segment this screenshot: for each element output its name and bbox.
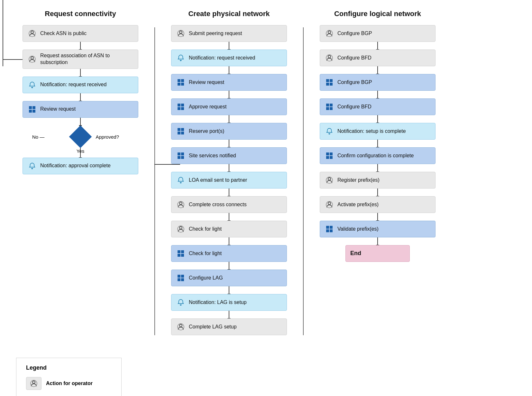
bell-icon xyxy=(176,175,186,185)
arrow xyxy=(229,237,229,245)
node-text: Configure BGP xyxy=(337,79,431,86)
arrow xyxy=(229,164,229,172)
node-site-services: Site services notified xyxy=(171,147,287,164)
arrow xyxy=(377,140,378,147)
windows-icon xyxy=(176,273,186,283)
svg-point-16 xyxy=(328,178,331,180)
operator-icon xyxy=(176,29,186,38)
node-text: Submit peering request xyxy=(189,30,282,37)
svg-point-2 xyxy=(31,57,33,59)
node-text: Notification: request received xyxy=(189,55,282,61)
arrow xyxy=(80,118,81,125)
node-reserve-port: Reserve port(s) xyxy=(171,123,287,140)
legend: Legend Action for operator Action for Mi… xyxy=(16,358,122,396)
node-text: Request association of ASN to subscripti… xyxy=(40,52,133,66)
node-notif-received: Notification: request received xyxy=(23,77,138,93)
arrow xyxy=(377,115,378,123)
svg-point-0 xyxy=(31,31,33,33)
arrow xyxy=(377,91,378,98)
node-text: Configure BFD xyxy=(337,104,431,110)
svg-point-10 xyxy=(179,324,182,327)
node-text: Notification: LAG is setup xyxy=(189,299,282,306)
node-review-request: Review request xyxy=(23,101,138,118)
node-configure-bfd-op: Configure BFD xyxy=(320,50,436,66)
operator-icon xyxy=(176,224,186,234)
operator-icon xyxy=(176,200,186,209)
node-text: Notification: approval complete xyxy=(40,162,133,169)
arrow xyxy=(80,42,81,50)
diamond xyxy=(69,125,92,148)
svg-point-6 xyxy=(179,202,182,205)
column-logical-network: Configure logical network Configure BGP … xyxy=(304,10,452,262)
node-text: Activate prefix(es) xyxy=(337,201,431,208)
windows-icon xyxy=(176,126,186,136)
svg-point-12 xyxy=(328,31,331,33)
windows-icon xyxy=(176,151,186,161)
arrow xyxy=(229,140,229,147)
node-text: Configure BFD xyxy=(337,55,431,61)
node-text: Validate prefix(es) xyxy=(337,226,431,233)
node-end: End xyxy=(345,245,410,262)
arrow xyxy=(80,93,81,101)
page-wrapper: Request connectivity Check ASN is public xyxy=(6,10,526,396)
arrow xyxy=(229,311,229,318)
arrow xyxy=(229,115,229,123)
arrow xyxy=(229,42,229,50)
node-validate-prefix: Validate prefix(es) xyxy=(320,221,436,237)
node-lag-setup: Notification: LAG is setup xyxy=(171,294,287,311)
bell-icon-2 xyxy=(27,161,37,171)
loop-line-v xyxy=(3,0,3,66)
svg-point-4 xyxy=(179,31,182,33)
arrow xyxy=(377,189,378,196)
node-approve-req: Approve request xyxy=(171,98,287,115)
operator-icon xyxy=(176,322,186,332)
arrow xyxy=(377,66,378,74)
col2-title: Create physical network xyxy=(188,10,270,18)
node-check-light-op: Check for light xyxy=(171,221,287,237)
arrow xyxy=(377,164,378,172)
node-text: Register prefix(es) xyxy=(337,177,431,184)
arrow xyxy=(229,189,229,196)
arrow xyxy=(229,213,229,221)
bell-icon xyxy=(176,298,186,307)
svg-point-20 xyxy=(32,381,35,383)
arrow xyxy=(377,42,378,50)
decision-diamond-container: No — Approved? Yes xyxy=(23,125,138,148)
node-submit-peering: Submit peering request xyxy=(171,25,287,42)
node-text: Configure LAG xyxy=(189,275,282,281)
node-activate-prefix: Activate prefix(es) xyxy=(320,196,436,213)
node-check-asn: Check ASN is public xyxy=(23,25,138,42)
operator-icon xyxy=(325,29,334,38)
node-text: Site services notified xyxy=(189,152,282,159)
node-notif-setup-complete: Notification: setup is complete xyxy=(320,123,436,140)
svg-point-8 xyxy=(179,226,182,229)
bell-icon xyxy=(325,126,334,136)
legend-icon-operator xyxy=(26,377,41,390)
legend-item-operator: Action for operator xyxy=(26,377,112,390)
arrow xyxy=(80,148,81,158)
legend-label-operator: Action for operator xyxy=(46,381,93,386)
node-configure-bfd-ms: Configure BFD xyxy=(320,98,436,115)
arrow xyxy=(80,69,81,77)
windows-icon xyxy=(176,249,186,258)
node-text: Review request xyxy=(189,79,282,86)
legend-title: Legend xyxy=(26,364,112,371)
windows-icon xyxy=(325,102,334,112)
node-cross-connects: Complete cross connects xyxy=(171,196,287,213)
svg-point-14 xyxy=(328,55,331,58)
node-loa-email: LOA email sent to partner xyxy=(171,172,287,189)
operator-icon xyxy=(325,175,334,185)
node-text: Review request xyxy=(40,106,133,113)
arrow xyxy=(377,237,378,245)
windows-icon xyxy=(325,78,334,87)
bell-icon xyxy=(27,80,37,90)
node-complete-lag: Complete LAG setup xyxy=(171,318,287,335)
node-text: Notification: request received xyxy=(40,81,133,88)
node-text: LOA email sent to partner xyxy=(189,177,282,184)
node-notif-req-received: Notification: request received xyxy=(171,50,287,66)
windows-icon xyxy=(176,78,186,87)
node-notif-approval: Notification: approval complete xyxy=(23,158,138,174)
operator-icon xyxy=(27,29,37,38)
windows-icon xyxy=(27,105,37,114)
node-text: Notification: setup is complete xyxy=(337,128,431,135)
